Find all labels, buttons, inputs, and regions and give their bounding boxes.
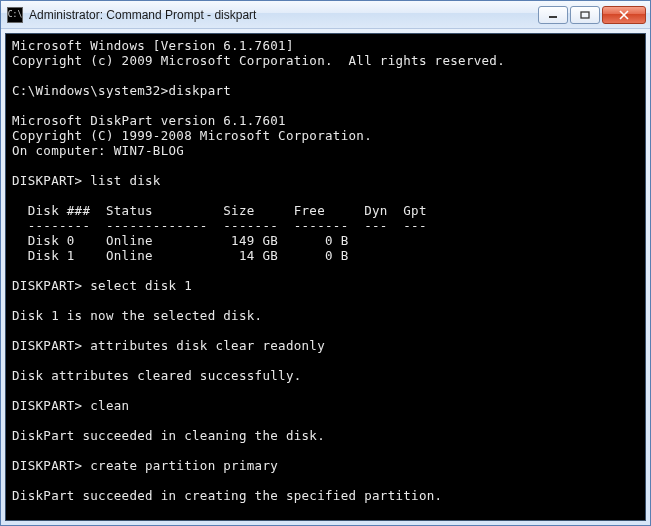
cmd-icon: C:\: [7, 7, 23, 23]
window-controls: [538, 6, 646, 24]
diskpart-banner-3: On computer: WIN7-BLOG: [12, 143, 184, 158]
maximize-button[interactable]: [570, 6, 600, 24]
prompt-attributes-clear: DISKPART> attributes disk clear readonly: [12, 338, 325, 353]
disk-table-row-0: Disk 0 Online 149 GB 0 B: [12, 233, 349, 248]
titlebar[interactable]: C:\ Administrator: Command Prompt - disk…: [1, 1, 650, 29]
disk-table-rule: -------- ------------- ------- ------- -…: [12, 218, 427, 233]
svg-rect-1: [581, 12, 589, 18]
minimize-button[interactable]: [538, 6, 568, 24]
result-attributes-clear: Disk attributes cleared successfully.: [12, 368, 302, 383]
result-select-disk: Disk 1 is now the selected disk.: [12, 308, 262, 323]
disk-table-row-1: Disk 1 Online 14 GB 0 B: [12, 248, 349, 263]
os-banner-line2: Copyright (c) 2009 Microsoft Corporation…: [12, 53, 505, 68]
cmd-invoke-diskpart: C:\Windows\system32>diskpart: [12, 83, 231, 98]
close-button[interactable]: [602, 6, 646, 24]
result-clean: DiskPart succeeded in cleaning the disk.: [12, 428, 325, 443]
svg-rect-0: [549, 16, 557, 18]
window-title: Administrator: Command Prompt - diskpart: [29, 8, 538, 22]
prompt-format: DISKPART> format fs=fat32: [12, 518, 208, 521]
prompt-list-disk: DISKPART> list disk: [12, 173, 161, 188]
disk-table-header: Disk ### Status Size Free Dyn Gpt: [12, 203, 427, 218]
prompt-create-partition: DISKPART> create partition primary: [12, 458, 278, 473]
command-prompt-window: C:\ Administrator: Command Prompt - disk…: [0, 0, 651, 526]
diskpart-banner-1: Microsoft DiskPart version 6.1.7601: [12, 113, 286, 128]
prompt-clean: DISKPART> clean: [12, 398, 129, 413]
os-banner-line1: Microsoft Windows [Version 6.1.7601]: [12, 38, 294, 53]
prompt-select-disk: DISKPART> select disk 1: [12, 278, 192, 293]
result-create-partition: DiskPart succeeded in creating the speci…: [12, 488, 442, 503]
terminal-output[interactable]: Microsoft Windows [Version 6.1.7601] Cop…: [5, 33, 646, 521]
diskpart-banner-2: Copyright (C) 1999-2008 Microsoft Corpor…: [12, 128, 372, 143]
